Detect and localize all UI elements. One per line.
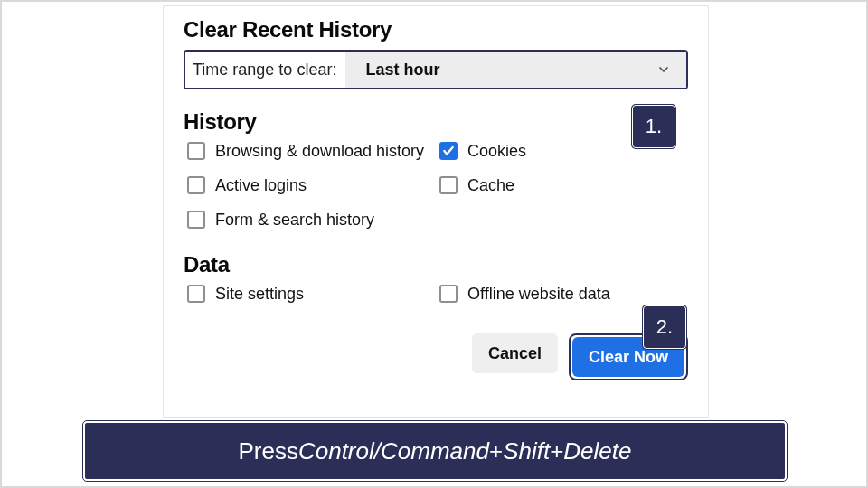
- option-label: Browsing & download history: [215, 143, 424, 159]
- shortcut-banner: Press Control/Command + Shift + Delete: [83, 421, 787, 481]
- data-heading: Data: [184, 252, 688, 277]
- checkbox-offline-data[interactable]: [439, 285, 458, 303]
- time-range-label: Time range to clear:: [185, 52, 345, 88]
- banner-plus-1: +: [489, 437, 503, 465]
- option-label: Cookies: [467, 143, 526, 159]
- option-site-settings[interactable]: Site settings: [187, 285, 432, 303]
- checkbox-cache[interactable]: [439, 176, 458, 194]
- banner-key-delete: Delete: [563, 437, 631, 465]
- option-label: Active logins: [215, 177, 307, 193]
- history-options: Browsing & download history Cookies Acti…: [184, 142, 688, 229]
- chevron-down-icon: [656, 61, 672, 78]
- option-offline-data[interactable]: Offline website data: [439, 285, 684, 303]
- instruction-slide: Clear Recent History Time range to clear…: [0, 0, 868, 488]
- checkbox-site-settings[interactable]: [187, 285, 205, 303]
- checkbox-browsing-history[interactable]: [187, 142, 205, 160]
- banner-key-ctrlcmd: Control/Command: [298, 437, 489, 465]
- banner-plus-2: +: [550, 437, 563, 465]
- option-label: Cache: [467, 177, 514, 193]
- option-browsing-history[interactable]: Browsing & download history: [187, 142, 432, 160]
- option-active-logins[interactable]: Active logins: [187, 176, 432, 194]
- time-range-row: Time range to clear: Last hour: [184, 50, 688, 89]
- step-callout-1: 1.: [632, 105, 675, 148]
- dialog-title: Clear Recent History: [184, 17, 688, 42]
- data-options: Site settings Offline website data: [184, 285, 688, 303]
- option-label: Form & search history: [215, 211, 374, 228]
- history-heading: History: [184, 109, 688, 135]
- dialog-body: Clear Recent History Time range to clear…: [164, 6, 708, 397]
- option-label: Offline website data: [467, 286, 610, 302]
- option-cache[interactable]: Cache: [439, 176, 684, 194]
- clear-history-dialog: Clear Recent History Time range to clear…: [163, 5, 709, 418]
- step-callout-2: 2.: [643, 305, 686, 349]
- checkbox-cookies[interactable]: [439, 142, 458, 160]
- banner-prefix: Press: [238, 437, 297, 465]
- checkbox-form-search[interactable]: [187, 211, 205, 229]
- dialog-actions: Cancel Clear Now: [184, 333, 688, 380]
- option-form-search[interactable]: Form & search history: [187, 211, 432, 229]
- cancel-button[interactable]: Cancel: [472, 333, 558, 373]
- option-label: Site settings: [215, 286, 304, 302]
- time-range-value: Last hour: [365, 61, 439, 80]
- time-range-select[interactable]: Last hour: [345, 52, 686, 88]
- checkbox-active-logins[interactable]: [187, 176, 205, 194]
- banner-key-shift: Shift: [503, 437, 550, 465]
